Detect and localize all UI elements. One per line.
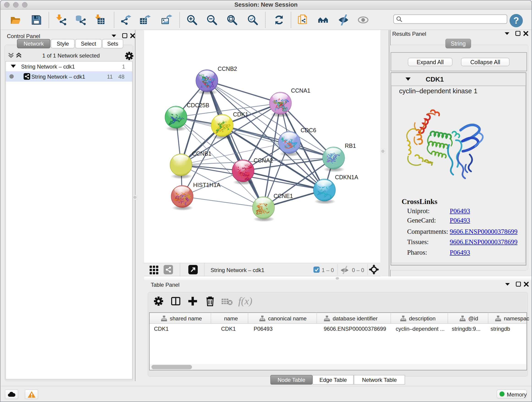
svg-text:CCNE1: CCNE1	[273, 193, 293, 199]
svg-text:CDC6: CDC6	[301, 127, 316, 133]
svg-text:CDC25B: CDC25B	[187, 102, 209, 108]
svg-text:CDK1: CDK1	[233, 111, 248, 118]
svg-text:CDKN1A: CDKN1A	[335, 174, 358, 180]
svg-text:CCNB2: CCNB2	[218, 65, 237, 72]
svg-text:CCNA1: CCNA1	[291, 87, 310, 94]
svg-text:CCNA2: CCNA2	[254, 157, 273, 164]
svg-text:RB1: RB1	[345, 143, 356, 149]
svg-text:CCNB1: CCNB1	[192, 150, 211, 157]
svg-text:HIST1H1A: HIST1H1A	[193, 182, 221, 188]
